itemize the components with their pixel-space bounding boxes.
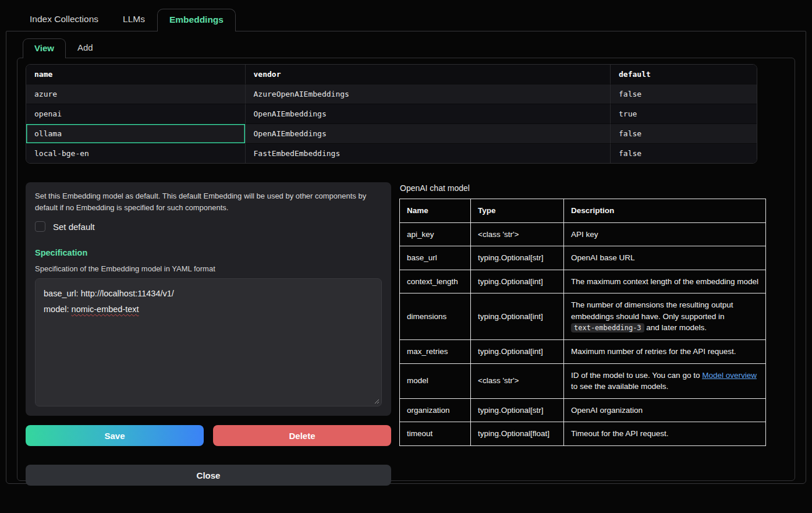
param-description: API key xyxy=(564,222,766,246)
param-description: OpenAI organization xyxy=(564,398,766,422)
param-description: OpenAI base URL xyxy=(564,246,766,270)
cell-name[interactable]: openai xyxy=(26,104,246,124)
embeddings-table-header: name vendor default xyxy=(26,65,757,84)
subtab-add[interactable]: Add xyxy=(66,38,105,58)
cell-default[interactable]: false xyxy=(611,144,757,163)
cell-default[interactable]: true xyxy=(611,104,757,124)
docs-row-timeout: timeout typing.Optional[float] Timeout f… xyxy=(400,422,766,446)
param-name: dimensions xyxy=(400,293,471,340)
param-type: typing.Optional[int] xyxy=(471,270,564,293)
subtab-view[interactable]: View xyxy=(23,38,66,58)
docs-title: OpenAI chat model xyxy=(400,183,766,193)
param-name: model xyxy=(400,363,471,398)
docs-table-header: Name Type Description xyxy=(400,199,766,223)
table-row-local-bge-en[interactable]: local-bge-en FastEmbedEmbeddings false xyxy=(26,144,757,163)
param-type: <class 'str'> xyxy=(471,363,564,398)
param-type: typing.Optional[int] xyxy=(471,339,564,363)
embedding-config-card: Set this Embedding model as default. Thi… xyxy=(26,182,391,416)
param-type: typing.Optional[str] xyxy=(471,246,564,270)
embeddings-table: name vendor default azure AzureOpenAIEmb… xyxy=(26,64,757,164)
cell-default[interactable]: false xyxy=(611,124,757,144)
param-description: The maximum context length of the embedd… xyxy=(564,270,766,293)
embedding-config-column: Set this Embedding model as default. Thi… xyxy=(26,182,391,486)
yaml-spec-textarea[interactable]: base_url: http://localhost:11434/v1/ mod… xyxy=(35,278,382,406)
docs-row-api-key: api_key <class 'str'> API key xyxy=(400,222,766,246)
column-header-name: name xyxy=(26,65,246,84)
docs-column-description: Description xyxy=(564,199,766,223)
set-default-checkbox-row[interactable]: Set default xyxy=(35,221,382,232)
docs-column-type: Type xyxy=(471,199,564,223)
docs-row-model: model <class 'str'> ID of the model to u… xyxy=(400,363,766,398)
tab-llms[interactable]: LLMs xyxy=(111,8,157,31)
delete-button[interactable]: Delete xyxy=(213,425,391,446)
docs-row-organization: organization typing.Optional[str] OpenAI… xyxy=(400,398,766,422)
set-default-label: Set default xyxy=(53,222,95,232)
param-name: max_retries xyxy=(400,339,471,363)
code-chip: text-embedding-3 xyxy=(571,323,644,332)
param-description: Timeout for the API request. xyxy=(564,422,766,446)
tab-index-collections[interactable]: Index Collections xyxy=(17,8,111,31)
set-default-description: Set this Embedding model as default. Thi… xyxy=(35,190,382,213)
column-header-vendor: vendor xyxy=(246,65,611,84)
param-type: typing.Optional[int] xyxy=(471,293,564,340)
specification-heading: Specification xyxy=(35,248,382,257)
docs-row-dimensions: dimensions typing.Optional[int] The numb… xyxy=(400,293,766,340)
cell-vendor[interactable]: AzureOpenAIEmbeddings xyxy=(246,84,611,104)
docs-row-max-retries: max_retries typing.Optional[int] Maximum… xyxy=(400,339,766,363)
model-overview-link[interactable]: Model overview xyxy=(702,371,757,380)
param-description: ID of the model to use. You can go to Mo… xyxy=(564,363,766,398)
table-row-openai[interactable]: openai OpenAIEmbeddings true xyxy=(26,104,757,124)
param-description: The number of dimensions the resulting o… xyxy=(564,293,766,340)
param-description: Maximum number of retries for the API re… xyxy=(564,339,766,363)
tab-embeddings[interactable]: Embeddings xyxy=(157,9,236,31)
param-name: api_key xyxy=(400,222,471,246)
column-header-default: default xyxy=(611,65,757,84)
docs-column-name: Name xyxy=(400,199,471,223)
yaml-line-2: model: nomic-embed-text xyxy=(44,302,373,317)
save-button[interactable]: Save xyxy=(26,425,204,446)
docs-row-base-url: base_url typing.Optional[str] OpenAI bas… xyxy=(400,246,766,270)
cell-default[interactable]: false xyxy=(611,84,757,104)
param-type: typing.Optional[float] xyxy=(471,422,564,446)
docs-row-context-length: context_length typing.Optional[int] The … xyxy=(400,270,766,293)
param-name: context_length xyxy=(400,270,471,293)
cell-name[interactable]: local-bge-en xyxy=(26,144,246,163)
model-params-table: Name Type Description api_key <class 'st… xyxy=(399,199,766,446)
cell-vendor[interactable]: FastEmbedEmbeddings xyxy=(246,144,611,163)
param-type: <class 'str'> xyxy=(471,222,564,246)
action-button-row: Save Delete xyxy=(26,425,391,446)
textarea-resize-handle-icon[interactable] xyxy=(374,398,380,404)
main-tab-bar: Index Collections LLMs Embeddings xyxy=(0,0,812,31)
model-docs-column: OpenAI chat model Name Type Description … xyxy=(399,182,766,486)
specification-caption: Specification of the Embedding model in … xyxy=(35,264,382,273)
view-panel: name vendor default azure AzureOpenAIEmb… xyxy=(17,58,795,481)
cell-vendor[interactable]: OpenAIEmbeddings xyxy=(246,124,611,144)
set-default-checkbox[interactable] xyxy=(35,221,45,232)
close-button[interactable]: Close xyxy=(26,465,391,486)
param-type: typing.Optional[str] xyxy=(471,398,564,422)
param-name: timeout xyxy=(400,422,471,446)
table-row-ollama[interactable]: ollama OpenAIEmbeddings false xyxy=(26,124,757,144)
table-row-azure[interactable]: azure AzureOpenAIEmbeddings false xyxy=(26,84,757,104)
cell-name[interactable]: azure xyxy=(26,84,246,104)
param-name: base_url xyxy=(400,246,471,270)
embeddings-panel: View Add name vendor default azure Azure… xyxy=(6,31,806,484)
cell-name-selected[interactable]: ollama xyxy=(26,124,246,144)
view-add-tab-bar: View Add xyxy=(6,31,806,58)
yaml-line-1: base_url: http://localhost:11434/v1/ xyxy=(44,286,373,302)
cell-vendor[interactable]: OpenAIEmbeddings xyxy=(246,104,611,124)
param-name: organization xyxy=(400,398,471,422)
